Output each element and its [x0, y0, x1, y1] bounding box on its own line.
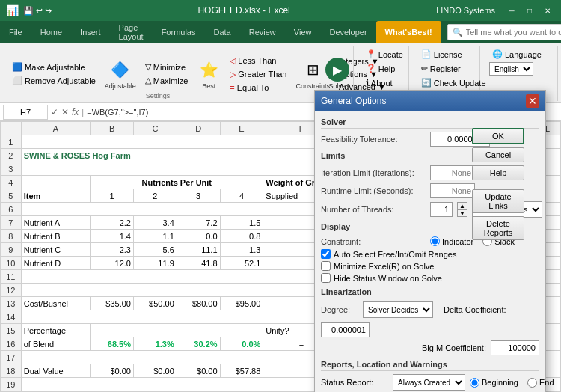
indicator-radio-label[interactable]: Indicator: [430, 236, 473, 246]
close-window-button[interactable]: ✕: [540, 3, 555, 18]
minimize-window-button[interactable]: ─: [504, 3, 519, 18]
cost-1[interactable]: $35.00: [91, 297, 134, 310]
col-a[interactable]: A: [21, 122, 90, 135]
adjustable-large-button[interactable]: 🔷 Adjustable: [102, 56, 139, 91]
equal-to-button[interactable]: = Equal To: [227, 82, 289, 94]
best-button[interactable]: ⭐ Best: [194, 56, 224, 91]
cross-icon[interactable]: ✕: [61, 107, 69, 117]
nutrient-d-label[interactable]: Nutrient D: [21, 257, 90, 270]
end-radio-label[interactable]: End: [527, 378, 554, 388]
greater-than-button[interactable]: ▷ Greater Than: [227, 68, 289, 81]
maximize-window-button[interactable]: □: [522, 3, 537, 18]
dual-2[interactable]: $0.00: [133, 364, 177, 378]
nutrient-d-1[interactable]: 12.0: [91, 257, 134, 270]
tab-review[interactable]: Review: [240, 21, 285, 43]
nutrient-b-4[interactable]: 0.8: [220, 230, 263, 243]
of-blend-label[interactable]: of Blend: [21, 337, 90, 351]
dual-4[interactable]: $57.88: [220, 364, 263, 378]
dialog-close-button[interactable]: ✕: [526, 94, 539, 108]
nutrient-d-2[interactable]: 11.9: [133, 257, 177, 270]
check-update-button[interactable]: 🔄 Check Update: [418, 76, 489, 89]
cost-3[interactable]: $80.00: [177, 297, 220, 310]
auto-select-checkbox[interactable]: [321, 249, 331, 259]
cancel-button[interactable]: Cancel: [472, 147, 524, 162]
fx-icon[interactable]: fx: [72, 107, 79, 117]
nutrient-c-label[interactable]: Nutrient C: [21, 243, 90, 257]
col-c[interactable]: C: [133, 122, 177, 135]
col-b[interactable]: B: [91, 122, 134, 135]
tab-page-layout[interactable]: Page Layout: [110, 21, 153, 43]
dual-3[interactable]: $0.00: [177, 364, 220, 378]
minimize-button[interactable]: ▽ Minimize: [142, 61, 191, 73]
save-icon[interactable]: 💾: [23, 6, 34, 16]
tab-formulas[interactable]: Formulas: [153, 21, 205, 43]
col-d[interactable]: D: [177, 122, 220, 135]
blend-1[interactable]: 68.5%: [91, 337, 134, 351]
nutrient-c-3[interactable]: 11.1: [177, 243, 220, 257]
cost-4[interactable]: $95.00: [220, 297, 263, 310]
cost-bushel-label[interactable]: Cost/Bushel: [21, 297, 90, 310]
solve-button[interactable]: ▶ Solve: [322, 56, 352, 91]
threads-input[interactable]: [430, 202, 453, 217]
nutrient-a-1[interactable]: 2.2: [91, 216, 134, 230]
locate-button[interactable]: 📍 Locate: [363, 48, 406, 61]
nutrient-d-3[interactable]: 41.8: [177, 257, 220, 270]
degree-select[interactable]: Solver Decides: [363, 301, 433, 318]
col-e[interactable]: E: [220, 122, 263, 135]
tab-data[interactable]: Data: [204, 21, 239, 43]
dual-1[interactable]: $0.00: [91, 364, 134, 378]
cost-2[interactable]: $50.00: [133, 297, 177, 310]
nutrient-a-3[interactable]: 7.2: [177, 216, 220, 230]
nutrient-c-1[interactable]: 2.3: [91, 243, 134, 257]
beginning-radio-label[interactable]: Beginning: [470, 378, 518, 388]
make-adjustable-button[interactable]: 🟦 Make Adjustable: [9, 61, 88, 73]
nutrient-a-label[interactable]: Nutrient A: [21, 216, 90, 230]
tab-home[interactable]: Home: [31, 21, 71, 43]
help-dialog-button[interactable]: Help: [472, 165, 524, 180]
language-button[interactable]: 🌐 Language: [489, 48, 545, 61]
nutrient-b-2[interactable]: 1.1: [133, 230, 177, 243]
percentage-label[interactable]: Percentage: [21, 324, 90, 337]
register-button[interactable]: ✏ Register: [418, 62, 489, 75]
delete-reports-button[interactable]: Delete Reports: [472, 216, 524, 240]
hide-status-checkbox[interactable]: [321, 273, 331, 283]
blend-4[interactable]: 0.0%: [220, 337, 263, 351]
help-button[interactable]: ❓ Help: [363, 62, 406, 75]
remove-adjustable-button[interactable]: ⬜ Remove Adjustable: [9, 74, 99, 87]
search-box[interactable]: 🔍: [447, 24, 561, 40]
nutrient-c-4[interactable]: 1.3: [220, 243, 263, 257]
threads-up-button[interactable]: ▲: [457, 202, 468, 209]
nutrient-c-2[interactable]: 5.6: [133, 243, 177, 257]
blend-2[interactable]: 1.3%: [133, 337, 177, 351]
tab-developer[interactable]: Developer: [320, 21, 375, 43]
blend-3[interactable]: 30.2%: [177, 337, 220, 351]
beginning-radio[interactable]: [470, 378, 479, 388]
indicator-radio[interactable]: [430, 236, 440, 246]
end-radio[interactable]: [527, 378, 537, 388]
tab-whats-best[interactable]: What'sBest!: [376, 21, 441, 43]
undo-icon[interactable]: ↩: [36, 6, 43, 16]
cell-reference[interactable]: H7: [3, 105, 48, 120]
tab-file[interactable]: File: [0, 21, 31, 43]
search-input[interactable]: [466, 28, 561, 37]
nutrient-b-1[interactable]: 1.4: [91, 230, 134, 243]
threads-down-button[interactable]: ▼: [457, 209, 468, 217]
minimize-excel-checkbox[interactable]: [321, 261, 331, 271]
tab-view[interactable]: View: [285, 21, 321, 43]
dual-value-label[interactable]: Dual Value: [21, 364, 90, 378]
ok-button[interactable]: OK: [472, 128, 524, 144]
nutrient-d-4[interactable]: 52.1: [220, 257, 263, 270]
status-report-select[interactable]: Always Created: [393, 374, 465, 391]
nutrient-b-3[interactable]: 0.0: [177, 230, 220, 243]
iteration-input[interactable]: [430, 165, 475, 180]
nutrient-a-2[interactable]: 3.4: [133, 216, 177, 230]
about-button[interactable]: ℹ About: [363, 76, 406, 89]
nutrient-b-label[interactable]: Nutrient B: [21, 230, 90, 243]
maximize-button[interactable]: △ Maximize: [142, 74, 191, 87]
language-select[interactable]: English: [489, 62, 533, 76]
checkmark-icon[interactable]: ✓: [51, 107, 58, 117]
license-button[interactable]: 📄 License: [418, 48, 489, 61]
less-than-button[interactable]: ◁ Less Than: [227, 55, 289, 67]
runtime-input[interactable]: [430, 183, 475, 198]
delta-input[interactable]: [321, 322, 370, 337]
